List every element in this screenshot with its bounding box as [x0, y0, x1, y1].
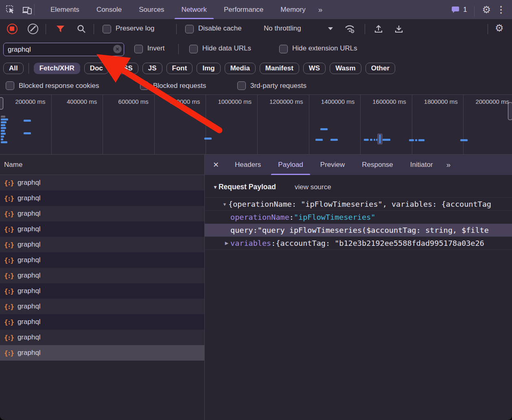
fetch-xhr-icon: {:}	[4, 195, 13, 202]
export-har-icon[interactable]	[394, 24, 404, 34]
expand-triangle-icon[interactable]: ▼	[221, 202, 228, 207]
request-row[interactable]: {:}graphql	[0, 206, 204, 221]
request-bar	[330, 139, 338, 141]
request-row[interactable]: {:}graphql	[0, 252, 204, 268]
blocked-requests-checkbox[interactable]	[140, 81, 149, 90]
payload-row-query[interactable]: query: "query ipFlowTimeseries($accountT…	[205, 224, 512, 237]
details-tab-response[interactable]: Response	[353, 155, 402, 175]
payload-preview-row[interactable]: ▼ {operationName: "ipFlowTimeseries", va…	[205, 197, 512, 211]
preserve-log-label: Preserve log	[116, 24, 154, 33]
preserve-log-checkbox[interactable]	[103, 25, 111, 33]
selected-request-marker[interactable]	[377, 133, 383, 144]
third-party-requests-checkbox[interactable]	[237, 81, 246, 90]
divider	[365, 24, 365, 34]
resource-type-chips: AllFetch/XHRDocCSSJSFontImgMediaManifest…	[0, 59, 512, 77]
fetch-xhr-icon: {:}	[4, 179, 13, 187]
tab-elements[interactable]: Elements	[42, 0, 88, 19]
filter-icon[interactable]	[56, 24, 65, 34]
name-column-header[interactable]: Name	[0, 155, 204, 175]
timeline-column: 1800000 ms	[412, 95, 464, 154]
close-details-icon[interactable]: ✕	[205, 155, 226, 175]
more-tabs-chevron-icon[interactable]: »	[314, 0, 327, 19]
request-bar	[1, 116, 5, 118]
payload-row-operation-name[interactable]: operationName: "ipFlowTimeseries"	[205, 211, 512, 224]
details-tab-payload[interactable]: Payload	[269, 155, 311, 175]
chip-manifest[interactable]: Manifest	[260, 63, 299, 74]
request-bar	[24, 120, 31, 122]
invert-checkbox[interactable]	[134, 45, 143, 53]
network-overview-timeline[interactable]: 200000 ms400000 ms600000 ms800000 ms1000…	[0, 94, 512, 155]
details-tabs: HeadersPayloadPreviewResponseInitiator	[226, 155, 441, 175]
request-row[interactable]: {:}graphql	[0, 268, 204, 283]
chip-other[interactable]: Other	[365, 63, 395, 74]
details-tab-initiator[interactable]: Initiator	[402, 155, 442, 175]
blocked-response-cookies-checkbox[interactable]	[6, 81, 14, 90]
filter-input[interactable]: graphql ✕	[3, 43, 124, 56]
request-payload-header[interactable]: ▼ Request Payload view source	[205, 180, 512, 194]
record-button[interactable]	[7, 24, 18, 34]
request-row[interactable]: {:}graphql	[0, 237, 204, 252]
chip-img[interactable]: Img	[197, 63, 220, 74]
request-row[interactable]: {:}graphql	[0, 299, 204, 314]
payload-pane: ▼ Request Payload view source ▼ {operati…	[205, 175, 512, 250]
request-name: graphql	[18, 271, 41, 280]
request-row[interactable]: {:}graphql	[0, 345, 204, 361]
hide-data-urls-checkbox[interactable]	[189, 45, 198, 53]
request-bar	[370, 139, 372, 141]
request-row[interactable]: {:}graphql	[0, 314, 204, 330]
chip-ws[interactable]: WS	[303, 63, 326, 74]
chip-css[interactable]: CSS	[113, 63, 138, 74]
tab-performance[interactable]: Performance	[215, 0, 272, 19]
chip-fetch-xhr[interactable]: Fetch/XHR	[34, 63, 80, 74]
timeline-label: 1200000 ms	[269, 98, 303, 105]
fetch-xhr-icon: {:}	[4, 287, 13, 295]
request-row[interactable]: {:}graphql	[0, 283, 204, 299]
details-tab-headers[interactable]: Headers	[226, 155, 269, 175]
hide-extension-urls-label: Hide extension URLs	[292, 44, 357, 52]
request-bar	[1, 127, 6, 129]
divider	[34, 4, 35, 15]
tab-console[interactable]: Console	[88, 0, 130, 19]
clear-button[interactable]	[28, 24, 38, 34]
request-row[interactable]: {:}graphql	[0, 221, 204, 237]
more-details-tabs-chevron-icon[interactable]: »	[442, 155, 455, 175]
settings-gear-icon[interactable]: ⚙	[482, 5, 491, 15]
throttling-select[interactable]: No throttling	[264, 24, 301, 33]
expand-triangle-icon[interactable]: ▶	[223, 241, 230, 246]
chip-js[interactable]: JS	[142, 63, 162, 74]
tab-network[interactable]: Network	[173, 0, 215, 19]
device-toolbar-icon[interactable]	[22, 5, 33, 15]
network-conditions-icon[interactable]	[344, 24, 355, 34]
fetch-xhr-icon: {:}	[4, 225, 13, 233]
blocked-requests-label: Blocked requests	[153, 82, 206, 90]
network-settings-gear-icon[interactable]: ⚙	[495, 23, 504, 33]
fetch-xhr-icon: {:}	[4, 241, 13, 249]
inspect-element-icon[interactable]	[6, 5, 15, 15]
import-har-icon[interactable]	[374, 24, 383, 34]
view-source-link[interactable]: view source	[295, 183, 331, 191]
throttling-caret-icon[interactable]	[328, 27, 333, 30]
request-bar	[1, 130, 5, 132]
tab-memory[interactable]: Memory	[272, 0, 314, 19]
request-name: graphql	[18, 256, 41, 264]
chip-all[interactable]: All	[3, 63, 24, 74]
request-row[interactable]: {:}graphql	[0, 190, 204, 206]
chip-font[interactable]: Font	[166, 63, 193, 74]
timeline-label: 800000 ms	[170, 98, 200, 105]
request-row[interactable]: {:}graphql	[0, 175, 204, 190]
disable-cache-checkbox[interactable]	[185, 25, 194, 33]
clear-filter-icon[interactable]: ✕	[113, 45, 122, 53]
payload-row-variables[interactable]: ▶ variables: {accountTag: "b12e3b2192ee5…	[205, 237, 512, 250]
search-icon[interactable]	[77, 24, 86, 34]
chip-media[interactable]: Media	[225, 63, 256, 74]
hide-extension-urls-checkbox[interactable]	[279, 45, 288, 53]
kebab-menu-icon[interactable]: ⋮	[497, 5, 505, 14]
chip-wasm[interactable]: Wasm	[330, 63, 361, 74]
collapse-triangle-icon[interactable]: ▼	[213, 184, 218, 190]
request-row[interactable]: {:}graphql	[0, 330, 204, 345]
tab-sources[interactable]: Sources	[130, 0, 173, 19]
issues-icon[interactable]: 1	[451, 5, 467, 14]
panel-tabs: ElementsConsoleSourcesNetworkPerformance…	[42, 0, 314, 19]
chip-doc[interactable]: Doc	[84, 63, 109, 74]
details-tab-preview[interactable]: Preview	[312, 155, 353, 175]
